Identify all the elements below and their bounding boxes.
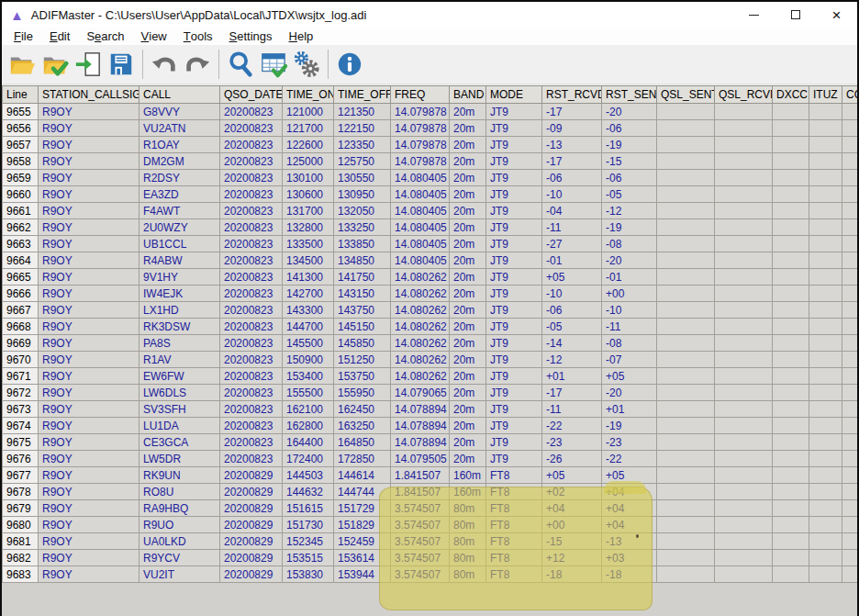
menu-item-tools[interactable]: Tools [175,28,221,45]
cell-qso_date[interactable]: 20200823 [220,252,283,269]
cell-mode[interactable]: JT9 [486,352,542,368]
cell-qso_date[interactable]: 20200823 [220,170,283,186]
cell-qsl_rcvd[interactable] [715,137,773,153]
cell-rst_sent[interactable]: -06 [602,170,657,186]
cell-ituz[interactable] [809,186,842,203]
cell-qso_date[interactable]: 20200829 [220,566,283,583]
cell-time_off[interactable]: 153750 [334,368,391,385]
cell-rst_rcvd[interactable]: -05 [542,319,602,335]
cell-qsl_sent[interactable] [657,566,715,583]
cell-cqz[interactable] [842,153,858,170]
cell-cqz[interactable] [842,137,858,153]
cell-station_callsign[interactable]: R9OY [39,203,139,219]
cell-station_callsign[interactable]: R9OY [39,484,139,500]
cell-call[interactable]: LW5DR [139,451,220,467]
cell-cqz[interactable] [842,368,858,385]
cell-call[interactable]: UB1CCL [139,236,220,252]
cell-freq[interactable]: 14.078894 [391,434,450,451]
cell-qsl_sent[interactable] [657,120,715,137]
cell-dxcc[interactable] [773,385,809,401]
cell-qso_date[interactable]: 20200823 [220,335,283,352]
cell-station_callsign[interactable]: R9OY [39,137,139,153]
cell-band[interactable]: 20m [450,401,486,418]
cell-qso_date[interactable]: 20200823 [220,137,283,153]
cell-dxcc[interactable] [773,236,809,252]
cell-cqz[interactable] [842,418,858,434]
cell-qsl_rcvd[interactable] [715,451,773,467]
cell-dxcc[interactable] [773,335,809,352]
cell-call[interactable]: R4ABW [139,252,220,269]
cell-band[interactable]: 20m [450,170,486,186]
cell-line[interactable]: 9675 [3,434,39,451]
cell-cqz[interactable] [842,517,858,533]
cell-time_on[interactable]: 172400 [283,451,334,467]
cell-ituz[interactable] [809,170,842,186]
cell-band[interactable]: 20m [450,186,486,203]
cell-band[interactable]: 20m [450,104,486,120]
cell-ituz[interactable] [809,368,842,385]
cell-qsl_sent[interactable] [657,434,715,451]
cell-time_on[interactable]: 144503 [283,467,334,484]
cell-ituz[interactable] [809,434,842,451]
cell-qso_date[interactable]: 20200829 [220,517,283,533]
cell-freq[interactable]: 14.080405 [391,203,450,219]
cell-mode[interactable]: JT9 [486,104,542,120]
cell-rst_rcvd[interactable]: +04 [542,500,602,517]
cell-freq[interactable]: 3.574507 [391,500,450,517]
cell-line[interactable]: 9657 [3,137,39,153]
cell-line[interactable]: 9676 [3,451,39,467]
settings-button[interactable] [290,48,323,81]
cell-call[interactable]: 2U0WZY [139,219,220,236]
cell-cqz[interactable] [842,269,858,286]
cell-time_on[interactable]: 130600 [283,186,334,203]
cell-mode[interactable]: JT9 [486,219,542,236]
cell-rst_rcvd[interactable]: -17 [542,153,602,170]
cell-ituz[interactable] [809,137,842,153]
cell-rst_sent[interactable]: +04 [602,517,657,533]
cell-qsl_rcvd[interactable] [715,434,773,451]
cell-call[interactable]: UA0LKD [139,533,220,550]
cell-time_on[interactable]: 155500 [283,385,334,401]
column-header-cqz[interactable]: CQZ [842,86,858,104]
cell-cqz[interactable] [842,219,858,236]
cell-time_off[interactable]: 145150 [334,319,391,335]
cell-cqz[interactable] [842,533,858,550]
cell-rst_sent[interactable]: -20 [602,385,657,401]
cell-time_off[interactable]: 133850 [334,236,391,252]
cell-dxcc[interactable] [773,186,809,203]
cell-dxcc[interactable] [773,104,809,120]
cell-mode[interactable]: FT8 [486,517,542,533]
cell-line[interactable]: 9677 [3,467,39,484]
cell-rst_sent[interactable]: -11 [602,319,657,335]
cell-qso_date[interactable]: 20200823 [220,203,283,219]
cell-time_off[interactable]: 122150 [334,120,391,137]
cell-qsl_rcvd[interactable] [715,170,773,186]
cell-call[interactable]: RA9HBQ [139,500,220,517]
cell-qso_date[interactable]: 20200823 [220,120,283,137]
cell-dxcc[interactable] [773,203,809,219]
cell-station_callsign[interactable]: R9OY [39,566,139,583]
cell-time_on[interactable]: 143300 [283,302,334,319]
cell-band[interactable]: 160m [450,467,486,484]
cell-cqz[interactable] [842,434,858,451]
cell-time_off[interactable]: 143750 [334,302,391,319]
column-header-qsl_rcvd[interactable]: QSL_RCVD [715,86,773,104]
cell-freq[interactable]: 3.574507 [391,566,450,583]
cell-ituz[interactable] [809,401,842,418]
cell-rst_sent[interactable]: -20 [602,252,657,269]
cell-time_on[interactable]: 162800 [283,418,334,434]
cell-cqz[interactable] [842,252,858,269]
cell-station_callsign[interactable]: R9OY [39,219,139,236]
cell-freq[interactable]: 14.079065 [391,385,450,401]
cell-rst_rcvd[interactable]: -06 [542,170,602,186]
cell-freq[interactable]: 1.841507 [391,467,450,484]
cell-dxcc[interactable] [773,219,809,236]
cell-line[interactable]: 9674 [3,418,39,434]
cell-qsl_sent[interactable] [657,467,715,484]
cell-ituz[interactable] [809,467,842,484]
cell-band[interactable]: 80m [450,500,486,517]
cell-qsl_rcvd[interactable] [715,335,773,352]
cell-rst_rcvd[interactable]: +00 [542,517,602,533]
cell-dxcc[interactable] [773,153,809,170]
cell-cqz[interactable] [842,286,858,302]
